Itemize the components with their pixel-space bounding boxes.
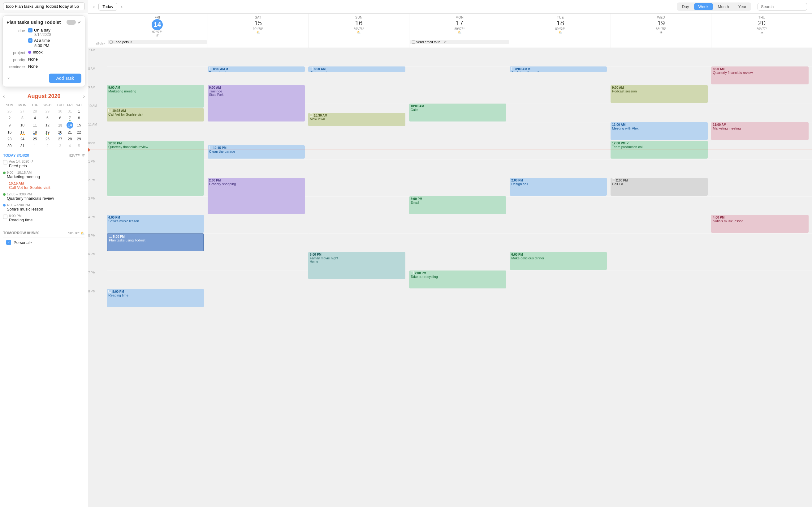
next-month-button[interactable]: › — [83, 94, 85, 99]
time-cell[interactable] — [107, 104, 208, 122]
time-cell[interactable] — [711, 66, 812, 85]
personal-checkbox[interactable]: ✓ — [6, 240, 11, 245]
time-cell[interactable] — [107, 233, 208, 252]
today-event-item[interactable]: 10:15 AMCall Vet for Sophie visit — [3, 181, 85, 190]
day-column-header[interactable]: MON1789°/76°⛅ — [409, 14, 510, 39]
time-cell[interactable] — [611, 215, 711, 233]
mini-cal-day[interactable]: 18 — [30, 129, 41, 135]
mini-cal-day[interactable]: 8 — [74, 115, 84, 121]
mini-cal-day[interactable]: 27 — [54, 136, 66, 142]
cal-search-input[interactable] — [758, 3, 807, 10]
time-cell[interactable] — [409, 159, 510, 178]
time-cell[interactable] — [611, 85, 711, 104]
mini-cal-day[interactable]: 3 — [16, 115, 29, 121]
time-cell[interactable] — [107, 252, 208, 271]
mini-cal-day[interactable]: 17 — [16, 129, 29, 135]
time-cell[interactable] — [611, 159, 711, 178]
time-cell[interactable] — [611, 196, 711, 215]
mini-cal-day[interactable]: 15 — [74, 122, 84, 129]
time-cell[interactable] — [510, 140, 611, 159]
time-cell[interactable] — [510, 66, 611, 85]
time-cell[interactable] — [409, 196, 510, 215]
mini-cal-day[interactable]: 31 — [66, 108, 73, 114]
time-cell[interactable] — [409, 140, 510, 159]
mini-cal-day[interactable]: 27 — [16, 108, 29, 114]
personal-chevron[interactable]: ▾ — [30, 240, 32, 244]
time-cell[interactable] — [711, 178, 812, 196]
personal-row[interactable]: ✓ Personal ▾ — [3, 237, 85, 247]
mini-cal-day[interactable]: 5 — [41, 115, 54, 121]
time-cell[interactable] — [409, 233, 510, 252]
time-cell[interactable] — [208, 178, 308, 196]
tab-week[interactable]: Week — [694, 3, 713, 10]
time-cell[interactable] — [711, 85, 812, 104]
time-cell[interactable] — [510, 159, 611, 178]
mini-cal-day[interactable]: 11 — [30, 122, 41, 129]
today-event-item[interactable]: 8:00 PMReading time — [3, 214, 85, 222]
day-column-header[interactable]: TUE1889°/76°⛅ — [510, 14, 611, 39]
time-cell[interactable] — [308, 85, 409, 104]
today-event-item[interactable]: 9:00 – 10:15 AMMarketing meeting — [3, 171, 85, 179]
time-cell[interactable] — [308, 104, 409, 122]
mini-cal-day[interactable]: 28 — [66, 136, 73, 142]
mini-cal-day[interactable]: 23 — [4, 136, 15, 142]
time-cell[interactable] — [510, 178, 611, 196]
time-grid-container[interactable]: 7 AM8 AM9 AM10 AM11 AMnoon1 PM2 PM3 PM4 … — [88, 48, 812, 507]
mini-cal-day[interactable]: 14 — [66, 122, 73, 129]
mini-cal-day[interactable]: 2 — [4, 115, 15, 121]
time-cell[interactable] — [510, 104, 611, 122]
time-cell[interactable] — [510, 289, 611, 307]
mini-cal-day[interactable]: 10 — [16, 122, 29, 129]
mini-cal-day[interactable]: 1 — [30, 143, 41, 149]
time-cell[interactable] — [510, 215, 611, 233]
mini-cal-day[interactable]: 22 — [74, 129, 84, 135]
time-cell[interactable] — [510, 122, 611, 140]
mini-cal-day[interactable]: 28 — [30, 108, 41, 114]
time-cell[interactable] — [107, 196, 208, 215]
time-cell[interactable] — [510, 252, 611, 271]
time-cell[interactable] — [107, 66, 208, 85]
time-cell[interactable] — [107, 271, 208, 289]
day-column-header[interactable]: FRI1492°/77°⛈ — [107, 14, 208, 39]
mini-cal-day[interactable]: 30 — [4, 143, 15, 149]
time-cell[interactable] — [107, 48, 208, 66]
time-cell[interactable] — [510, 271, 611, 289]
mini-cal-day[interactable]: 12 — [41, 122, 54, 129]
event-checkbox[interactable] — [3, 160, 7, 164]
today-event-item[interactable]: 12:00 – 3:00 PMQuarterly financials revi… — [3, 192, 85, 201]
expand-icon[interactable]: ⌄ — [6, 74, 10, 80]
time-cell[interactable] — [107, 289, 208, 307]
day-column-header[interactable]: WED1988°/75°🌤 — [611, 14, 711, 39]
mini-cal-day[interactable]: 3 — [54, 143, 66, 149]
time-cell[interactable] — [711, 271, 812, 289]
on-a-day-checkbox[interactable] — [28, 28, 33, 33]
time-cell[interactable] — [208, 122, 308, 140]
time-cell[interactable] — [611, 104, 711, 122]
time-cell[interactable] — [611, 48, 711, 66]
tab-year[interactable]: Year — [734, 3, 751, 10]
add-task-button[interactable]: Add Task — [49, 73, 82, 83]
time-cell[interactable] — [510, 48, 611, 66]
time-cell[interactable] — [107, 140, 208, 159]
mini-cal-day[interactable]: 31 — [16, 143, 29, 149]
next-week-button[interactable]: › — [121, 4, 122, 10]
mini-cal-day[interactable]: 21 — [66, 129, 73, 135]
mini-cal-day[interactable]: 30 — [54, 108, 66, 114]
day-column-header[interactable]: THU2089°/77°☁ — [711, 14, 812, 39]
mini-cal-day[interactable]: 20 — [54, 129, 66, 135]
time-cell[interactable] — [711, 289, 812, 307]
time-cell[interactable] — [711, 48, 812, 66]
time-cell[interactable] — [711, 104, 812, 122]
tab-month[interactable]: Month — [714, 3, 733, 10]
time-cell[interactable] — [711, 252, 812, 271]
prev-week-button[interactable]: ‹ — [93, 4, 95, 10]
mini-cal-day[interactable]: 1 — [74, 108, 84, 114]
time-cell[interactable] — [409, 85, 510, 104]
time-cell[interactable] — [510, 196, 611, 215]
prev-month-button[interactable]: ‹ — [3, 94, 5, 99]
allday-event[interactable]: Feed pets↺ — [108, 40, 207, 44]
mini-cal-day[interactable]: 29 — [74, 136, 84, 142]
time-cell[interactable] — [208, 66, 308, 85]
time-cell[interactable] — [409, 271, 510, 289]
time-cell[interactable] — [611, 271, 711, 289]
